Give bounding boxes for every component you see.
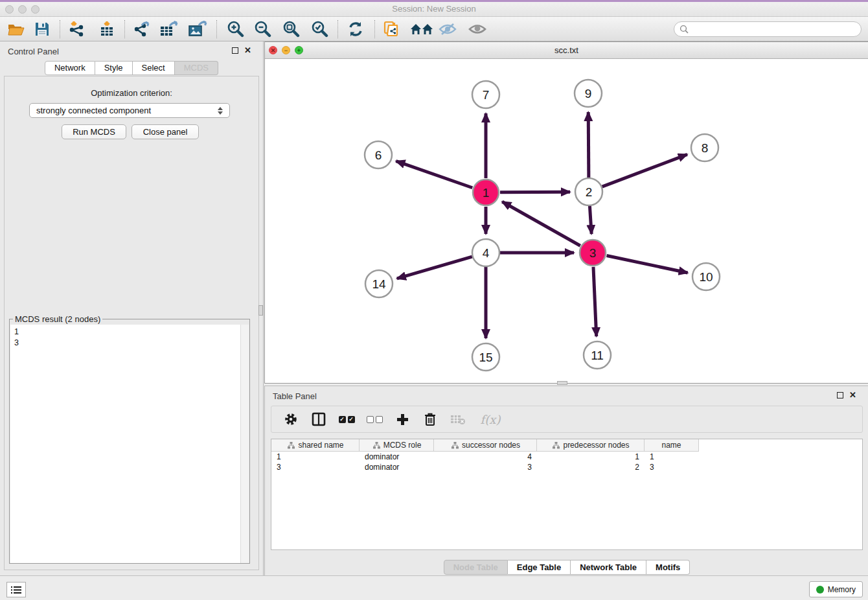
close-panel-button[interactable]: Close panel [131, 124, 199, 139]
graph-edge-2-9[interactable] [588, 112, 589, 178]
node-label: 11 [591, 349, 604, 362]
open-session-button[interactable] [6, 19, 26, 39]
close-panel-icon[interactable]: ✕ [849, 391, 856, 399]
table-row[interactable]: 3dominator323 [271, 462, 862, 472]
graph-edge-4-14[interactable] [397, 257, 472, 279]
graph-edge-2-3[interactable] [589, 206, 591, 234]
column-header-shared-name[interactable]: shared name [271, 439, 360, 452]
tab-network[interactable]: Network [45, 61, 95, 75]
zoom-out-button[interactable] [253, 19, 272, 39]
node-label: 6 [375, 148, 382, 162]
node-label: 3 [589, 246, 597, 260]
run-mcds-button[interactable]: Run MCDS [62, 124, 126, 139]
graph-edge-2-8[interactable] [602, 154, 687, 187]
graph-node-1[interactable]: 1 [473, 179, 499, 205]
unselect-all-columns-button[interactable] [366, 411, 383, 428]
node-label: 9 [585, 87, 592, 100]
memory-button[interactable]: Memory [809, 581, 863, 597]
graph-edges[interactable] [396, 112, 687, 338]
gear-icon [284, 412, 298, 426]
delete-table-button[interactable] [450, 411, 466, 428]
table-cell[interactable]: 1 [537, 452, 645, 462]
table-row[interactable]: 1dominator411 [271, 452, 862, 462]
hide-selected-button[interactable] [438, 19, 457, 39]
first-neighbors-button[interactable] [409, 19, 434, 39]
graph-edge-3-11[interactable] [593, 267, 597, 336]
zoom-in-button[interactable] [225, 19, 245, 39]
import-table-button[interactable] [97, 19, 117, 39]
attribute-tree-icon [373, 442, 380, 449]
tab-edge-table[interactable]: Edge Table [508, 560, 571, 575]
column-header-predecessor-nodes[interactable]: predecessor nodes [537, 439, 645, 452]
zoom-selected-button[interactable] [310, 19, 329, 39]
search-input[interactable] [689, 23, 861, 36]
export-table-button[interactable] [159, 19, 179, 39]
column-header-MCDS-role[interactable]: MCDS role [360, 439, 434, 452]
table-settings-button[interactable] [282, 411, 299, 428]
zoom-fit-button[interactable] [281, 19, 301, 39]
graph-node-15[interactable]: 15 [472, 343, 499, 371]
table-cell[interactable]: dominator [360, 462, 434, 472]
table-cell[interactable]: 2 [537, 462, 645, 472]
close-panel-icon[interactable]: ✕ [244, 46, 251, 54]
horizontal-splitter-grip[interactable] [557, 381, 567, 385]
export-network-button[interactable] [132, 19, 152, 39]
network-window-titlebar[interactable]: ✕ − + scc.txt [265, 42, 868, 59]
graph-node-10[interactable]: 10 [692, 263, 720, 290]
tab-mcds[interactable]: MCDS [175, 61, 218, 75]
delete-column-button[interactable] [422, 411, 439, 428]
column-header-successor-nodes[interactable]: successor nodes [434, 439, 537, 452]
tab-network-table[interactable]: Network Table [571, 560, 646, 575]
import-network-button[interactable] [67, 19, 87, 39]
float-panel-icon[interactable] [837, 392, 843, 398]
network-canvas[interactable]: 1234678910111415 [265, 59, 867, 384]
mcds-result-list[interactable]: 13 [10, 325, 241, 563]
tab-motifs[interactable]: Motifs [646, 560, 690, 575]
tab-style[interactable]: Style [95, 61, 133, 75]
refresh-layout-button[interactable] [346, 19, 365, 39]
table-cell[interactable]: 1 [271, 452, 360, 462]
tab-select[interactable]: Select [133, 61, 175, 75]
column-header-name[interactable]: name [645, 439, 699, 452]
graph-node-14[interactable]: 14 [365, 270, 393, 297]
graph-node-4[interactable]: 4 [472, 239, 499, 266]
table-cell[interactable]: dominator [360, 452, 434, 462]
save-session-button[interactable] [32, 19, 52, 39]
network-window-title: scc.txt [265, 45, 868, 55]
table-cell[interactable]: 3 [645, 462, 699, 472]
graph-node-6[interactable]: 6 [365, 141, 392, 168]
graph-node-7[interactable]: 7 [472, 81, 499, 108]
graph-node-11[interactable]: 11 [584, 341, 611, 369]
table-cell[interactable]: 3 [434, 462, 537, 472]
graph-node-3[interactable]: 3 [580, 240, 606, 266]
criterion-select[interactable]: strongly connected component [29, 103, 230, 118]
graph-node-8[interactable]: 8 [691, 134, 718, 161]
export-table-icon [159, 21, 179, 38]
graph-node-9[interactable]: 9 [575, 80, 602, 107]
table-cell[interactable]: 1 [645, 452, 699, 462]
vertical-splitter-grip[interactable] [258, 305, 263, 316]
show-all-button[interactable] [468, 19, 487, 39]
search-field[interactable] [674, 21, 862, 37]
column-header-label: MCDS role [383, 441, 422, 450]
mcds-result-scrollbar[interactable] [240, 325, 249, 563]
graph-edge-1-2[interactable] [500, 192, 570, 192]
clone-network-button[interactable] [382, 19, 402, 39]
show-column-panel-button[interactable] [310, 411, 327, 428]
graph-edge-3-10[interactable] [607, 256, 688, 273]
table-cell[interactable]: 3 [271, 462, 360, 472]
criterion-selected-value: strongly connected component [36, 106, 218, 115]
graph-edge-3-1[interactable] [502, 202, 580, 246]
select-all-columns-button[interactable]: ✓ ✓ [338, 411, 355, 428]
graph-node-2[interactable]: 2 [575, 178, 602, 205]
create-column-button[interactable] [394, 411, 411, 428]
mcds-result-box: MCDS result (2 nodes) 13 [9, 319, 250, 564]
graph-edge-1-6[interactable] [396, 161, 472, 188]
export-image-button[interactable] [188, 19, 207, 39]
tab-node-table[interactable]: Node Table [444, 560, 508, 575]
float-panel-icon[interactable] [232, 47, 238, 54]
table-cell[interactable]: 4 [434, 452, 537, 462]
function-builder-button[interactable]: f(x) [477, 411, 503, 428]
node-table[interactable]: shared nameMCDS rolesuccessor nodesprede… [271, 439, 863, 550]
show-panels-button[interactable] [6, 582, 26, 597]
